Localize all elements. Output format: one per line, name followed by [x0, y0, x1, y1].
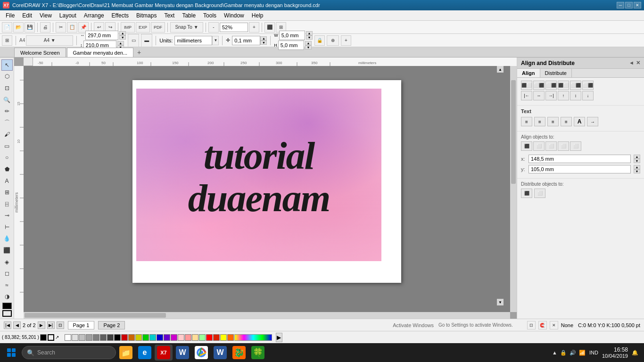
menu-help[interactable]: Help [248, 11, 267, 20]
page-size-dropdown[interactable]: A4 ▼ [26, 35, 73, 46]
align-r-edge-button[interactable]: →| [545, 91, 557, 100]
stroke-swatch[interactable] [48, 334, 54, 341]
align-obj-3-button[interactable]: ⬜ [545, 141, 557, 151]
copy-button[interactable]: 📋 [67, 22, 77, 33]
scroll-down-button[interactable]: ▼ [497, 299, 504, 305]
page-next-button[interactable]: ▶ [38, 321, 45, 329]
zoom-tool[interactable]: 🔍 [1, 94, 13, 106]
pal-magenta[interactable] [171, 334, 177, 341]
tray-network-icon[interactable]: 📶 [579, 350, 586, 356]
tab-add-button[interactable]: + [134, 48, 144, 57]
pal-black[interactable] [114, 334, 121, 341]
pal-lightgray[interactable] [72, 334, 78, 341]
text-align-left-button[interactable]: ≡ [521, 117, 532, 126]
menu-layout[interactable]: Layout [56, 11, 80, 20]
obj-w-up-arrow[interactable]: ▲ [306, 31, 313, 35]
x-input[interactable] [528, 155, 631, 163]
full-screen-button[interactable]: ⬛ [264, 22, 275, 33]
align-right-button[interactable]: ⬜⬛ [545, 81, 557, 90]
y-down-arrow[interactable]: ▼ [634, 169, 640, 173]
pal-brightyellow[interactable] [220, 334, 227, 341]
units-dropdown[interactable]: ▼ [212, 36, 219, 45]
screen-mode-button[interactable]: ⊡ [527, 321, 536, 329]
start-button[interactable] [2, 345, 21, 361]
pal-yellow[interactable] [135, 334, 142, 341]
fill-swatch[interactable] [40, 334, 47, 341]
obj-h-down-arrow[interactable]: ▼ [305, 45, 312, 49]
crop-tool[interactable]: ⊡ [1, 82, 13, 94]
align-left-button[interactable]: ⬛⬜ [521, 81, 532, 90]
taskbar-app-word2[interactable]: W [211, 345, 229, 361]
portrait-button[interactable]: ▭ [128, 34, 139, 47]
add-page-button[interactable]: ⊡ [57, 321, 64, 329]
table-tool[interactable]: ⊞ [1, 187, 13, 198]
align-b-edge-button[interactable]: ↓ [582, 91, 594, 100]
select-tool[interactable]: ↖ [1, 59, 13, 71]
bezier-tool[interactable]: ⌒ [1, 117, 13, 129]
close-button[interactable]: ✕ [634, 2, 641, 8]
menu-file[interactable]: File [2, 11, 18, 20]
text-align-A-button[interactable]: A [574, 117, 585, 126]
align-obj-2-button[interactable]: ⬜ [533, 141, 545, 151]
pal-brightred[interactable] [206, 334, 213, 341]
y-input[interactable] [528, 165, 631, 173]
align-cv-edge-button[interactable]: ↕ [570, 91, 581, 100]
taskbar-app-edge[interactable]: e [136, 345, 154, 361]
polygon-tool[interactable]: ⬟ [1, 164, 13, 175]
dist-btn-2[interactable]: ⬜ [534, 189, 545, 198]
pal-lightpink[interactable] [178, 334, 184, 341]
taskbar-app-app7[interactable]: 🐉 [230, 345, 248, 361]
tray-sound-icon[interactable]: 🔊 [570, 350, 576, 356]
language-indicator[interactable]: IND [589, 350, 598, 355]
align-l-edge-button[interactable]: |← [521, 91, 532, 100]
fill-tool[interactable]: ⬛ [1, 245, 13, 256]
units-input[interactable] [174, 36, 212, 45]
obj-height-input[interactable] [278, 41, 304, 50]
tab-document[interactable]: Gambar menyatu den... [67, 48, 134, 57]
fill-indicator[interactable] [2, 303, 12, 309]
menu-bitmaps[interactable]: Bitmaps [132, 11, 160, 20]
align-obj-1-button[interactable]: ⬛ [521, 141, 532, 151]
text-align-center-button[interactable]: ≡ [534, 117, 545, 126]
zoom-out-button[interactable]: - [208, 22, 219, 33]
scroll-up-button[interactable]: ▲ [497, 66, 504, 73]
freehand-tool[interactable]: ✏ [1, 106, 13, 117]
v-scrollbar[interactable] [510, 66, 517, 312]
menu-tools[interactable]: Tools [199, 11, 220, 20]
eyedropper-tool[interactable]: 💧 [1, 233, 13, 245]
obj-h-up-arrow[interactable]: ▲ [305, 41, 312, 45]
measure-tool[interactable]: ⊢ [1, 222, 13, 233]
align-top-button[interactable]: ⬛⬜ [558, 81, 569, 90]
transform-button[interactable]: ⊕ [327, 35, 339, 46]
tab-welcome[interactable]: Welcome Screen [14, 48, 66, 57]
taskbar-app-word[interactable]: W [173, 345, 191, 361]
align-center-h-button[interactable]: ⬜⬛ [533, 81, 545, 90]
menu-text[interactable]: Text [160, 11, 178, 20]
pal-medgray[interactable] [86, 334, 92, 341]
pal-gray[interactable] [79, 334, 85, 341]
pal-green[interactable] [142, 334, 149, 341]
pal-peach[interactable] [192, 334, 198, 341]
save-button[interactable]: 💾 [25, 22, 35, 33]
height-up-arrow[interactable]: ▲ [117, 41, 124, 45]
menu-effects[interactable]: Effects [108, 11, 132, 20]
landscape-button[interactable]: ▬ [141, 34, 152, 47]
parallel-tool[interactable]: ⌸ [1, 198, 13, 210]
y-up-arrow[interactable]: ▲ [634, 165, 640, 169]
pal-darkgray[interactable] [93, 334, 99, 341]
shadow-tool[interactable]: ◑ [1, 291, 13, 303]
canvas-content[interactable]: tutorial duaenam ▲ ▼ [24, 66, 510, 312]
open-button[interactable]: 📂 [13, 22, 24, 33]
pal-almostblack[interactable] [107, 334, 114, 341]
width-up-arrow[interactable]: ▲ [119, 31, 126, 35]
add-transform-button[interactable]: + [341, 35, 351, 46]
pal-blue[interactable] [157, 334, 163, 341]
align-bottom-button[interactable]: ⬜⬛ [582, 81, 594, 90]
palette-scroll-button[interactable]: ▶ [276, 333, 282, 342]
h-scroll-thumb[interactable] [25, 313, 166, 318]
text-align-arrow-button[interactable]: → [587, 117, 598, 126]
zoom-in-button[interactable]: + [249, 22, 259, 33]
panel-collapse-button[interactable]: ◄ [629, 60, 634, 66]
x-down-arrow[interactable]: ▼ [634, 159, 640, 163]
menu-edit[interactable]: Edit [18, 11, 36, 20]
